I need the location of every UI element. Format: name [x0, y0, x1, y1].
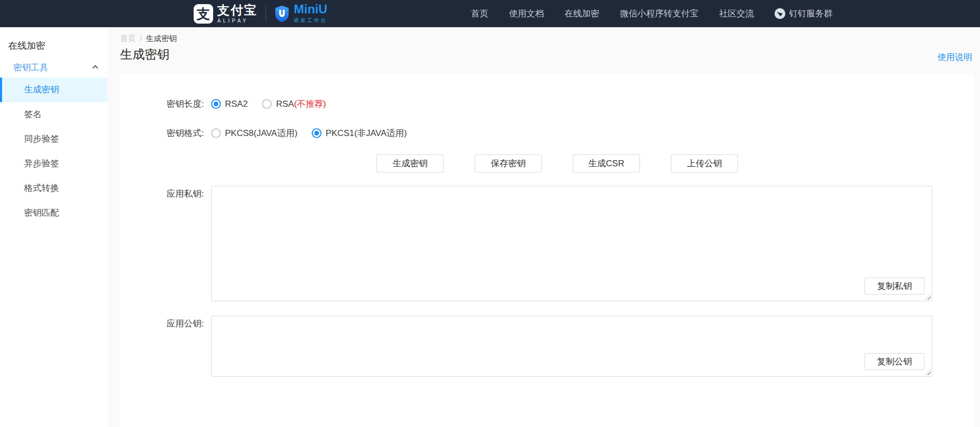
miniu-subtitle: 研发工作台: [294, 17, 327, 24]
logo-group[interactable]: 支 支付宝 ALIPAY MiniU 研发工作台: [194, 3, 327, 24]
nav-item-docs[interactable]: 使用文档: [509, 8, 544, 20]
sidebar-item-format-convert[interactable]: 格式转换: [0, 176, 107, 201]
key-format-row: 密钥格式: PKCS8(JAVA适用) PKCS1(非JAVA适用): [120, 127, 974, 139]
public-key-row: 应用公钥: 复制公钥: [120, 316, 974, 377]
sidebar-items: 生成密钥 签名 同步验签 异步验签 格式转换 密钥匹配: [0, 77, 107, 225]
radio-option-rsa[interactable]: RSA(不推荐): [262, 98, 326, 110]
radio-option-label: RSA: [276, 99, 294, 109]
sidebar-group-label: 密钥工具: [13, 62, 48, 73]
key-format-options: PKCS8(JAVA适用) PKCS1(非JAVA适用): [211, 127, 932, 139]
top-navbar: 支 支付宝 ALIPAY MiniU 研发工作台: [0, 0, 980, 27]
miniu-logo-text: MiniU 研发工作台: [294, 3, 327, 24]
save-key-button[interactable]: 保存密钥: [475, 154, 542, 172]
copy-public-key-button[interactable]: 复制公钥: [864, 353, 925, 370]
usage-help-link[interactable]: 使用说明: [937, 51, 972, 63]
breadcrumb-home[interactable]: 首页: [120, 34, 136, 43]
radio-checked-icon[interactable]: [211, 99, 221, 109]
alipay-logo-text: 支付宝 ALIPAY: [217, 4, 257, 24]
sidebar-group-key-tools[interactable]: 密钥工具: [13, 61, 98, 73]
breadcrumb-current: 生成密钥: [146, 34, 177, 43]
radio-option-rsa2[interactable]: RSA2: [211, 99, 248, 109]
nav-item-community[interactable]: 社区交流: [719, 8, 754, 20]
sidebar-item-key-match[interactable]: 密钥匹配: [0, 201, 107, 225]
chevron-up-icon[interactable]: [92, 65, 98, 71]
miniu-name: MiniU: [294, 3, 327, 15]
private-key-textarea[interactable]: [212, 186, 932, 301]
upload-public-key-button[interactable]: 上传公钥: [671, 154, 738, 172]
page-title: 生成密钥: [120, 46, 169, 63]
alipay-subtitle: ALIPAY: [217, 18, 257, 24]
sidebar-item-generate-key[interactable]: 生成密钥: [0, 77, 107, 102]
generate-key-button[interactable]: 生成密钥: [376, 154, 444, 172]
nav-item-wechat-convert[interactable]: 微信小程序转支付宝: [620, 8, 699, 20]
key-format-label: 密钥格式:: [153, 127, 204, 139]
key-length-row: 密钥长度: RSA2 RSA(不推荐): [120, 98, 974, 110]
app-root: 支 支付宝 ALIPAY MiniU 研发工作台: [0, 0, 980, 427]
public-key-label: 应用公钥:: [153, 316, 204, 329]
key-length-options: RSA2 RSA(不推荐): [211, 98, 932, 110]
alipay-logo-icon: 支: [194, 4, 213, 24]
main-area: 首页/生成密钥 生成密钥 使用说明 密钥长度: RSA2 RSA(不推荐): [107, 27, 980, 427]
key-length-label: 密钥长度:: [153, 98, 204, 110]
not-recommended-warning: (不推荐): [294, 98, 326, 110]
radio-option-label: RSA2: [225, 99, 248, 109]
nav-item-home[interactable]: 首页: [471, 8, 488, 20]
radio-unchecked-icon[interactable]: [211, 128, 221, 138]
nav-item-online-encrypt[interactable]: 在线加密: [564, 8, 599, 20]
sidebar-title: 在线加密: [8, 40, 107, 52]
copy-private-key-button[interactable]: 复制私钥: [864, 278, 925, 295]
logo-divider: [266, 6, 266, 22]
radio-option-pkcs1[interactable]: PKCS1(非JAVA适用): [312, 127, 407, 139]
sidebar-item-async-verify[interactable]: 异步验签: [0, 151, 107, 176]
private-key-label: 应用私钥:: [153, 186, 204, 200]
radio-checked-icon[interactable]: [312, 128, 322, 138]
private-key-textarea-wrap: 复制私钥: [211, 186, 932, 301]
radio-option-pkcs8[interactable]: PKCS8(JAVA适用): [211, 127, 297, 139]
sidebar: 在线加密 密钥工具 生成密钥 签名 同步验签 异步验签 格式转换 密钥匹配: [0, 27, 107, 427]
generate-csr-button[interactable]: 生成CSR: [573, 154, 640, 172]
breadcrumb-separator: /: [140, 34, 142, 43]
content-card: 密钥长度: RSA2 RSA(不推荐) 密钥格式:: [120, 74, 974, 427]
dingtalk-icon: [775, 8, 785, 19]
action-buttons-row: 生成密钥 保存密钥 生成CSR 上传公钥: [120, 154, 974, 172]
nav-item-dingtalk-group[interactable]: 钉钉服务群: [775, 8, 833, 20]
radio-unchecked-icon[interactable]: [262, 99, 272, 109]
sidebar-item-sync-verify[interactable]: 同步验签: [0, 127, 107, 151]
radio-option-label: PKCS1(非JAVA适用): [326, 127, 407, 139]
miniu-shield-icon: [274, 5, 290, 23]
top-nav-menu: 首页 使用文档 在线加密 微信小程序转支付宝 社区交流 钉钉服务群: [471, 0, 833, 27]
private-key-row: 应用私钥: 复制私钥: [120, 186, 974, 301]
alipay-name: 支付宝: [217, 4, 257, 16]
radio-option-label: PKCS8(JAVA适用): [225, 127, 297, 139]
public-key-textarea-wrap: 复制公钥: [211, 316, 932, 377]
breadcrumb: 首页/生成密钥: [120, 34, 177, 44]
public-key-textarea[interactable]: [212, 316, 932, 376]
alipay-glyph: 支: [197, 7, 210, 21]
sidebar-item-sign[interactable]: 签名: [0, 102, 107, 127]
